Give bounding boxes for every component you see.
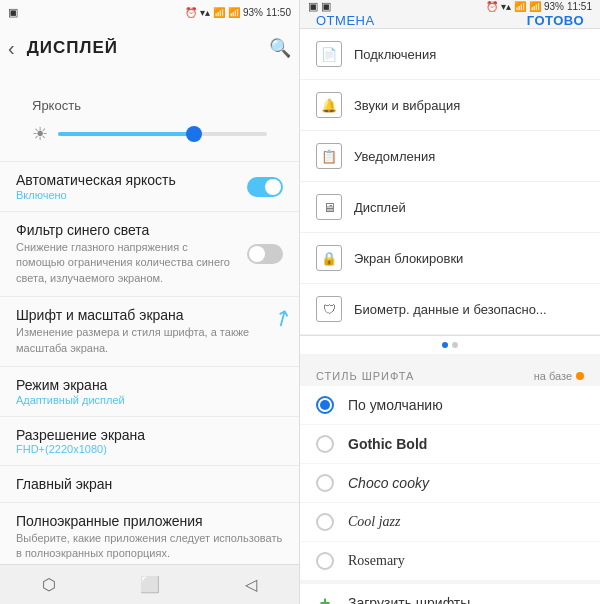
dot-2 — [452, 342, 458, 348]
blue-filter-item[interactable]: Фильтр синего света Снижение глазного на… — [0, 212, 299, 297]
font-item-gothic[interactable]: Gothic Bold — [300, 425, 600, 463]
font-scale-item[interactable]: Шрифт и масштаб экрана Изменение размера… — [0, 297, 299, 367]
done-button[interactable]: ГОТОВО — [527, 13, 584, 28]
left-content: Яркость ☀ Автоматическая яркость Включен… — [0, 72, 299, 564]
plus-icon: + — [316, 594, 334, 604]
lock-screen-label: Экран блокировки — [354, 251, 463, 266]
nav-home-icon[interactable]: ⬜ — [140, 575, 160, 594]
toggle-knob — [265, 179, 281, 195]
time-right: 11:51 — [567, 1, 592, 12]
signal-icon: 📶 — [213, 7, 225, 18]
sounds-label: Звуки и вибрация — [354, 98, 460, 113]
brightness-section: Яркость ☀ — [0, 80, 299, 162]
nav-recent-icon[interactable]: ⬡ — [42, 575, 56, 594]
auto-brightness-status: Включено — [16, 189, 176, 201]
font-item-rosemary[interactable]: Rosemary — [300, 542, 600, 580]
resolution-value: FHD+(2220x1080) — [16, 443, 283, 455]
resolution-item[interactable]: Разрешение экрана FHD+(2220x1080) — [0, 417, 299, 466]
screen-mode-name: Режим экрана — [16, 377, 283, 393]
auto-brightness-name-wrap: Автоматическая яркость Включено — [16, 172, 176, 201]
signal-icon-right: 📶 — [514, 1, 526, 12]
blue-filter-toggle[interactable] — [247, 244, 283, 264]
screen-mode-item[interactable]: Режим экрана Адаптивный дисплей — [0, 367, 299, 417]
connections-label: Подключения — [354, 47, 436, 62]
auto-brightness-toggle[interactable] — [247, 177, 283, 197]
battery-left: 📶 93% — [228, 7, 263, 18]
auto-brightness-item[interactable]: Автоматическая яркость Включено — [0, 162, 299, 212]
cancel-button[interactable]: ОТМЕНА — [316, 13, 375, 28]
status-app-icon-right: ▣ ▣ — [308, 0, 331, 13]
back-button[interactable]: ‹ — [8, 37, 15, 60]
font-scale-name: Шрифт и масштаб экрана — [16, 307, 283, 323]
font-radio-jazz[interactable] — [316, 513, 334, 531]
font-name-gothic: Gothic Bold — [348, 436, 427, 452]
slider-thumb — [186, 126, 202, 142]
fullscreen-name: Полноэкранные приложения — [16, 513, 283, 529]
screen-mode-value: Адаптивный дисплей — [16, 394, 283, 406]
font-radio-default[interactable] — [316, 396, 334, 414]
menu-item-notifications[interactable]: 📋 Уведомления — [300, 131, 600, 182]
slider-fill — [58, 132, 194, 136]
right-panel: ▣ ▣ ⏰ ▾▴ 📶 📶 93% 11:51 ОТМЕНА ГОТОВО 📄 П… — [300, 0, 600, 604]
menu-item-sounds[interactable]: 🔔 Звуки и вибрация — [300, 80, 600, 131]
font-section-header: СТИЛЬ ШРИФТА на базе — [300, 362, 600, 386]
font-name-jazz: Cool jazz — [348, 514, 401, 530]
search-icon[interactable]: 🔍 — [269, 37, 291, 59]
font-radio-gothic[interactable] — [316, 435, 334, 453]
top-bar-left: ‹ ДИСПЛЕЙ 🔍 — [0, 24, 299, 72]
notifications-label: Уведомления — [354, 149, 435, 164]
nav-back-icon[interactable]: ◁ — [245, 575, 257, 594]
lock-screen-icon: 🔒 — [316, 245, 342, 271]
brightness-row[interactable]: ☀ — [16, 117, 283, 151]
menu-item-connections[interactable]: 📄 Подключения — [300, 29, 600, 80]
status-bar-left: ▣ ⏰ ▾▴ 📶 📶 93% 11:50 — [0, 0, 299, 24]
font-name-rosemary: Rosemary — [348, 553, 405, 569]
status-icons-right: ⏰ ▾▴ 📶 📶 93% 11:51 — [486, 1, 592, 12]
font-name-default: По умолчанию — [348, 397, 443, 413]
font-item-choco[interactable]: Choco cooky — [300, 464, 600, 502]
brightness-label: Яркость — [16, 90, 283, 117]
pagination-dots — [300, 336, 600, 354]
font-section: СТИЛЬ ШРИФТА на базе По умолчанию Gothic… — [300, 354, 600, 604]
fullscreen-apps-item[interactable]: Полноэкранные приложения Выберите, какие… — [0, 503, 299, 564]
font-radio-rosemary[interactable] — [316, 552, 334, 570]
display-icon: 🖥 — [316, 194, 342, 220]
display-label: Дисплей — [354, 200, 406, 215]
resolution-name: Разрешение экрана — [16, 427, 283, 443]
fullscreen-desc: Выберите, какие приложения следует испол… — [16, 531, 283, 562]
radio-inner-default — [320, 400, 330, 410]
alarm-icon: ⏰ — [185, 7, 197, 18]
menu-item-lock-screen[interactable]: 🔒 Экран блокировки — [300, 233, 600, 284]
biometrics-icon: 🛡 — [316, 296, 342, 322]
font-section-badge: на базе — [534, 370, 584, 382]
menu-item-biometrics[interactable]: 🛡 Биометр. данные и безопасно... — [300, 284, 600, 335]
status-app-icon: ▣ — [8, 6, 18, 19]
connections-icon: 📄 — [316, 41, 342, 67]
top-bar-right: ОТМЕНА ГОТОВО — [300, 13, 600, 29]
battery-right: 📶 93% — [529, 1, 564, 12]
font-item-jazz[interactable]: Cool jazz — [300, 503, 600, 541]
wifi-icon: ▾▴ — [200, 7, 210, 18]
load-fonts-label: Загрузить шрифты — [348, 595, 470, 604]
brightness-icon: ☀ — [32, 123, 48, 145]
status-icons-left: ⏰ ▾▴ 📶 📶 93% 11:50 — [185, 7, 291, 18]
load-fonts-item[interactable]: + Загрузить шрифты — [300, 584, 600, 604]
font-item-default[interactable]: По умолчанию — [300, 386, 600, 424]
badge-text: на базе — [534, 370, 572, 382]
wifi-icon-right: ▾▴ — [501, 1, 511, 12]
font-scale-desc: Изменение размера и стиля шрифта, а такж… — [16, 325, 283, 356]
brightness-slider[interactable] — [58, 132, 267, 136]
menu-item-display[interactable]: 🖥 Дисплей — [300, 182, 600, 233]
dot-1 — [442, 342, 448, 348]
blue-filter-desc: Снижение глазного напряжения с помощью о… — [16, 240, 239, 286]
screen-title: ДИСПЛЕЙ — [27, 38, 257, 58]
sounds-icon: 🔔 — [316, 92, 342, 118]
blue-filter-name: Фильтр синего света — [16, 222, 239, 238]
font-radio-choco[interactable] — [316, 474, 334, 492]
auto-brightness-name: Автоматическая яркость — [16, 172, 176, 188]
home-screen-item[interactable]: Главный экран — [0, 466, 299, 503]
blue-filter-row: Фильтр синего света Снижение глазного на… — [16, 222, 283, 286]
nav-bar-left: ⬡ ⬜ ◁ — [0, 564, 299, 604]
font-name-choco: Choco cooky — [348, 475, 429, 491]
auto-brightness-row: Автоматическая яркость Включено — [16, 172, 283, 201]
